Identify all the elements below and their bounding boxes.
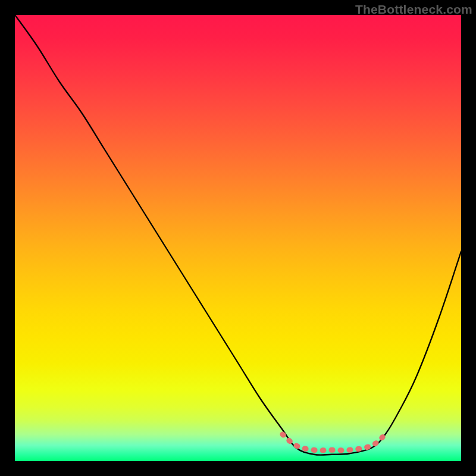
watermark-text: TheBottleneck.com (355, 2, 472, 17)
bottom-highlight (283, 434, 386, 450)
plot-area (15, 15, 461, 461)
bottleneck-curve (15, 15, 461, 455)
chart-root: TheBottleneck.com (0, 0, 476, 476)
curve-layer (15, 15, 461, 461)
